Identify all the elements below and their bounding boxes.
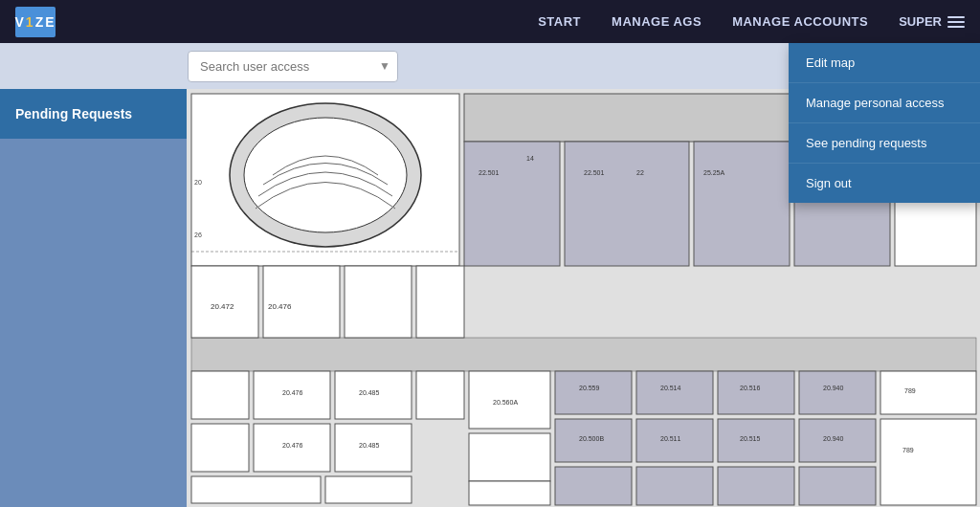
svg-text:22.501: 22.501 bbox=[584, 169, 605, 176]
svg-text:20.500B: 20.500B bbox=[579, 435, 604, 442]
svg-rect-15 bbox=[191, 371, 249, 419]
nav-manage-ags[interactable]: MANAGE AGS bbox=[612, 14, 702, 29]
svg-rect-39 bbox=[799, 467, 876, 505]
svg-rect-37 bbox=[636, 467, 713, 505]
svg-rect-7 bbox=[694, 142, 790, 266]
sidebar: Pending Requests bbox=[0, 89, 187, 507]
svg-rect-6 bbox=[565, 142, 689, 266]
svg-text:20.516: 20.516 bbox=[740, 385, 761, 391]
svg-text:20.514: 20.514 bbox=[660, 385, 681, 391]
svg-rect-29 bbox=[718, 371, 794, 414]
svg-text:20.485: 20.485 bbox=[359, 442, 380, 449]
svg-text:20.485: 20.485 bbox=[359, 389, 380, 396]
svg-text:20.515: 20.515 bbox=[740, 435, 761, 442]
header: V1ZE START MANAGE AGS MANAGE ACCOUNTS SU… bbox=[0, 0, 980, 43]
svg-rect-14 bbox=[416, 266, 464, 338]
dropdown-menu: Edit map Manage personal access See pend… bbox=[789, 43, 980, 203]
svg-text:22.501: 22.501 bbox=[479, 169, 500, 176]
svg-text:20.476: 20.476 bbox=[282, 389, 303, 396]
svg-rect-18 bbox=[416, 371, 464, 419]
svg-rect-22 bbox=[191, 476, 321, 503]
svg-text:20.559: 20.559 bbox=[579, 385, 600, 391]
svg-rect-36 bbox=[555, 467, 632, 505]
search-container: ▼ bbox=[188, 51, 398, 82]
svg-text:25.25A: 25.25A bbox=[703, 169, 725, 176]
hamburger-icon[interactable] bbox=[947, 16, 965, 28]
svg-rect-31 bbox=[880, 371, 976, 414]
nav-start[interactable]: START bbox=[538, 14, 581, 29]
dropdown-sign-out[interactable]: Sign out bbox=[789, 164, 980, 203]
svg-text:26: 26 bbox=[194, 231, 202, 238]
svg-text:20.476: 20.476 bbox=[282, 442, 303, 449]
logo-box: V1ZE bbox=[15, 7, 56, 37]
dropdown-manage-personal-access[interactable]: Manage personal access bbox=[789, 83, 980, 123]
nav: START MANAGE AGS MANAGE ACCOUNTS SUPER bbox=[538, 14, 965, 29]
svg-rect-30 bbox=[799, 371, 876, 414]
svg-text:20.476: 20.476 bbox=[268, 302, 292, 311]
svg-text:22: 22 bbox=[636, 169, 644, 176]
pending-requests-button[interactable]: Pending Requests bbox=[0, 89, 187, 139]
svg-rect-13 bbox=[345, 266, 412, 338]
svg-rect-40 bbox=[880, 419, 976, 505]
svg-point-3 bbox=[244, 118, 407, 232]
svg-rect-27 bbox=[555, 371, 632, 414]
nav-manage-accounts[interactable]: MANAGE ACCOUNTS bbox=[732, 14, 868, 29]
svg-text:20.940: 20.940 bbox=[823, 385, 844, 391]
svg-text:20: 20 bbox=[194, 179, 202, 186]
svg-text:20.472: 20.472 bbox=[211, 302, 234, 311]
svg-text:20.940: 20.940 bbox=[823, 435, 844, 442]
svg-rect-10 bbox=[191, 338, 976, 371]
dropdown-edit-map[interactable]: Edit map bbox=[789, 43, 980, 83]
dropdown-see-pending-requests[interactable]: See pending requests bbox=[789, 123, 980, 164]
nav-super-label: SUPER bbox=[899, 14, 942, 29]
svg-rect-23 bbox=[325, 476, 412, 503]
svg-text:789: 789 bbox=[904, 387, 916, 394]
search-input[interactable] bbox=[188, 51, 398, 82]
svg-rect-19 bbox=[191, 424, 249, 472]
svg-rect-25 bbox=[469, 433, 550, 481]
svg-text:14: 14 bbox=[526, 155, 534, 162]
svg-text:789: 789 bbox=[902, 447, 914, 453]
svg-rect-38 bbox=[718, 467, 794, 505]
nav-super[interactable]: SUPER bbox=[899, 14, 965, 29]
logo: V1ZE bbox=[15, 7, 56, 37]
svg-text:20.511: 20.511 bbox=[660, 435, 681, 442]
svg-rect-5 bbox=[464, 142, 560, 266]
svg-text:20.560A: 20.560A bbox=[493, 399, 518, 406]
svg-rect-26 bbox=[469, 481, 550, 505]
logo-text: V1ZE bbox=[14, 14, 56, 30]
svg-rect-28 bbox=[636, 371, 713, 414]
